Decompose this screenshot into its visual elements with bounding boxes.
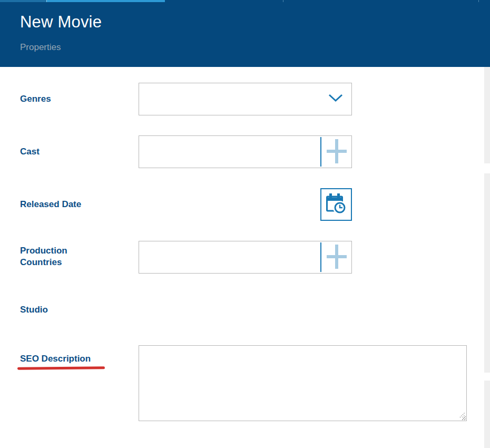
released-date-picker-button[interactable]	[320, 188, 352, 221]
released-date-input[interactable]	[139, 188, 321, 221]
page-header: New Movie Properties	[0, 2, 490, 67]
production-countries-label: Production Countries	[20, 245, 110, 268]
page-title: New Movie	[20, 13, 102, 32]
released-date-label: Released Date	[20, 199, 110, 210]
studio-input[interactable]	[139, 294, 467, 326]
cast-label: Cast	[20, 146, 110, 158]
cast-add-button[interactable]	[321, 136, 351, 168]
seo-description-field	[139, 345, 467, 421]
production-countries-control	[139, 241, 352, 274]
seo-description-label: SEO Description	[20, 353, 125, 365]
plus-icon	[326, 139, 347, 165]
plus-icon	[326, 244, 347, 271]
seo-description-textarea[interactable]	[139, 345, 467, 421]
production-countries-input[interactable]	[139, 241, 320, 273]
genres-select[interactable]	[139, 83, 352, 115]
movie-editor-page: New Movie Properties Genres Cast Release…	[0, 0, 490, 448]
production-countries-add-button[interactable]	[321, 241, 351, 273]
page-subtitle: Properties	[20, 42, 61, 53]
studio-label: Studio	[20, 304, 110, 316]
cast-input[interactable]	[139, 136, 320, 168]
genres-label: Genres	[20, 93, 110, 105]
scrollbar-track[interactable]	[484, 67, 490, 448]
scrollbar-gap	[484, 373, 490, 381]
chevron-down-icon	[328, 94, 343, 104]
cast-control	[139, 135, 352, 168]
annotation-underline	[17, 366, 105, 370]
scrollbar-gap	[484, 163, 490, 173]
calendar-clock-icon	[325, 193, 347, 217]
